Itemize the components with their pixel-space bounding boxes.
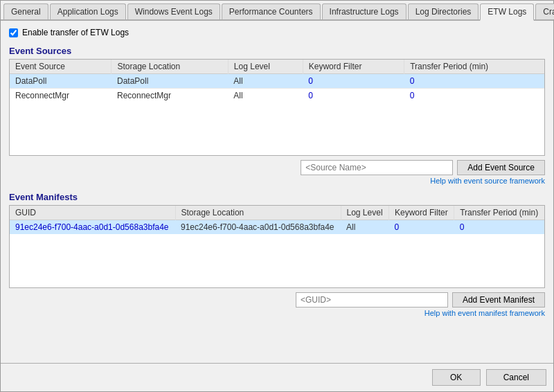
manifest-input-row: Add Event Manifest <box>9 292 545 308</box>
source-period: 0 <box>404 74 544 89</box>
col-keyword-filter-m: Keyword Filter <box>388 206 454 220</box>
event-sources-table: Event Source Storage Location Log Level … <box>10 60 544 103</box>
source-storage: ReconnectMgr <box>111 89 228 103</box>
cancel-button[interactable]: Cancel <box>486 369 546 386</box>
manifest-period: 0 <box>454 220 544 235</box>
table-row[interactable]: ReconnectMgr ReconnectMgr All 0 0 <box>10 89 544 103</box>
guid-input[interactable] <box>296 292 448 308</box>
col-event-source: Event Source <box>10 60 111 74</box>
source-keyword: 0 <box>303 89 404 103</box>
dialog: General Application Logs Windows Event L… <box>0 0 554 392</box>
add-event-manifest-button[interactable]: Add Event Manifest <box>452 292 545 308</box>
col-storage-location: Storage Location <box>111 60 228 74</box>
tab-crash-dumps[interactable]: Crash Dumps <box>535 3 554 19</box>
col-log-level-m: Log Level <box>341 206 388 220</box>
tab-windows-event-logs[interactable]: Windows Event Logs <box>127 3 220 19</box>
event-manifest-help-link[interactable]: Help with event manifest framework <box>9 309 545 317</box>
manifest-guid: 91ec24e6-f700-4aac-a0d1-0d568a3bfa4e <box>10 220 175 235</box>
tab-bar: General Application Logs Windows Event L… <box>1 1 553 21</box>
col-transfer-period: Transfer Period (min) <box>404 60 544 74</box>
ok-button[interactable]: OK <box>432 369 481 386</box>
source-name: DataPoll <box>10 74 111 89</box>
table-row[interactable]: DataPoll DataPoll All 0 0 <box>10 74 544 89</box>
enable-etw-label: Enable transfer of ETW Logs <box>22 28 129 37</box>
event-manifests-table: GUID Storage Location Log Level Keyword … <box>10 206 544 234</box>
event-source-help-link[interactable]: Help with event source framework <box>9 177 545 185</box>
tab-performance-counters[interactable]: Performance Counters <box>222 3 321 19</box>
event-sources-table-wrapper: Event Source Storage Location Log Level … <box>9 59 545 156</box>
source-keyword: 0 <box>303 74 404 89</box>
col-guid: GUID <box>10 206 175 220</box>
event-manifests-title: Event Manifests <box>9 192 545 202</box>
col-keyword-filter: Keyword Filter <box>303 60 404 74</box>
tab-etw-logs[interactable]: ETW Logs <box>480 3 534 21</box>
bottom-bar: OK Cancel <box>1 363 553 391</box>
source-storage: DataPoll <box>111 74 228 89</box>
tab-infrastructure-logs[interactable]: Infrastructure Logs <box>322 3 406 19</box>
add-event-source-button[interactable]: Add Event Source <box>457 160 545 175</box>
event-sources-title: Event Sources <box>9 46 545 56</box>
col-log-level: Log Level <box>228 60 303 74</box>
manifest-log-level: All <box>341 220 388 235</box>
content-area: Enable transfer of ETW Logs Event Source… <box>1 21 553 363</box>
tab-log-directories[interactable]: Log Directories <box>408 3 479 19</box>
event-manifests-table-wrapper: GUID Storage Location Log Level Keyword … <box>9 205 545 288</box>
col-storage-location-m: Storage Location <box>175 206 341 220</box>
tab-general[interactable]: General <box>3 3 48 19</box>
tab-application-logs[interactable]: Application Logs <box>50 3 126 19</box>
source-name: ReconnectMgr <box>10 89 111 103</box>
manifest-storage: 91ec24e6-f700-4aac-a0d1-0d568a3bfa4e <box>175 220 341 235</box>
enable-etw-checkbox[interactable] <box>9 28 18 37</box>
manifest-keyword: 0 <box>388 220 454 235</box>
source-log-level: All <box>228 89 303 103</box>
source-input-row: Add Event Source <box>9 160 545 175</box>
source-period: 0 <box>404 89 544 103</box>
source-log-level: All <box>228 74 303 89</box>
enable-checkbox-row: Enable transfer of ETW Logs <box>9 28 545 37</box>
col-transfer-period-m: Transfer Period (min) <box>454 206 544 220</box>
table-row[interactable]: 91ec24e6-f700-4aac-a0d1-0d568a3bfa4e 91e… <box>10 220 544 235</box>
source-name-input[interactable] <box>301 160 453 175</box>
